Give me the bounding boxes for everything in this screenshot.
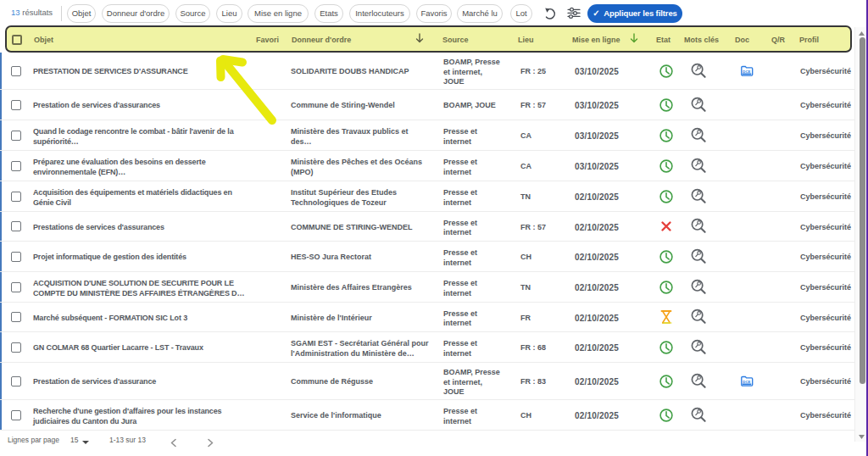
svg-text:DCE: DCE [743, 379, 750, 383]
svg-text:DCE: DCE [743, 69, 750, 73]
